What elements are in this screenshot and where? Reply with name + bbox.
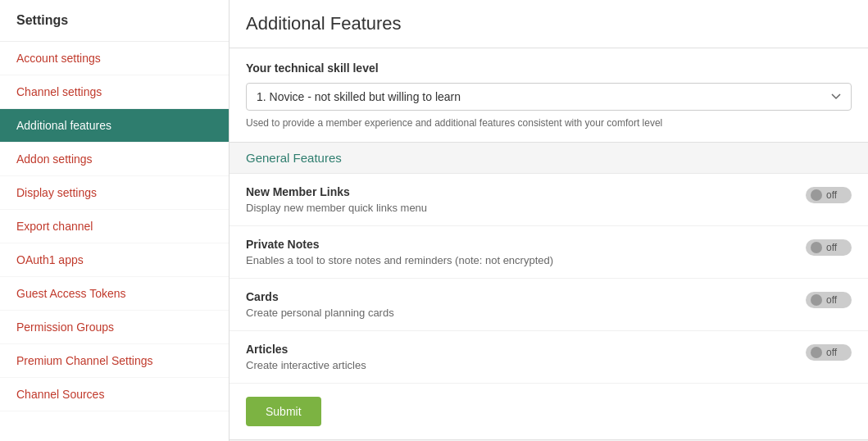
sidebar: Settings Account settings Channel settin…: [0, 0, 229, 441]
general-features-header: General Features: [229, 143, 868, 174]
page-title: Additional Features: [229, 0, 868, 48]
sidebar-item-export-channel[interactable]: Export channel: [0, 210, 229, 243]
feature-name-articles: Articles: [246, 343, 789, 356]
sidebar-title: Settings: [0, 0, 229, 42]
toggle-label-new-member-links: off: [826, 189, 837, 201]
feature-row-private-notes: Private Notes Enables a tool to store no…: [229, 226, 868, 279]
features-list: New Member Links Display new member quic…: [229, 174, 868, 384]
sidebar-item-addon-settings[interactable]: Addon settings: [0, 143, 229, 176]
feature-desc-new-member-links: Display new member quick links menu: [246, 202, 789, 214]
skill-level-label: Your technical skill level: [246, 61, 852, 75]
skill-level-section: Your technical skill level 1. Novice - n…: [229, 48, 868, 143]
sidebar-item-oauth1-apps[interactable]: OAuth1 apps: [0, 243, 229, 277]
feature-info-private-notes: Private Notes Enables a tool to store no…: [246, 238, 789, 266]
sidebar-item-premium-channel-settings[interactable]: Premium Channel Settings: [0, 344, 229, 378]
toggle-articles[interactable]: off: [806, 344, 852, 361]
toggle-new-member-links[interactable]: off: [806, 187, 852, 203]
toggle-circle-icon: [811, 242, 822, 253]
skill-level-select[interactable]: 1. Novice - not skilled but willing to l…: [246, 83, 852, 111]
feature-info-cards: Cards Create personal planning cards: [246, 290, 789, 319]
feature-desc-cards: Create personal planning cards: [246, 307, 789, 319]
toggle-circle-icon: [811, 347, 822, 358]
sidebar-item-permission-groups[interactable]: Permission Groups: [0, 311, 229, 344]
feature-name-new-member-links: New Member Links: [246, 185, 789, 198]
toggle-label-articles: off: [826, 347, 837, 358]
sidebar-item-channel-sources[interactable]: Channel Sources: [0, 378, 229, 411]
sidebar-item-channel-settings[interactable]: Channel settings: [0, 75, 229, 109]
toggle-label-private-notes: off: [826, 242, 837, 253]
toggle-circle-icon: [811, 189, 822, 201]
feature-name-private-notes: Private Notes: [246, 238, 789, 251]
sidebar-item-guest-access-tokens[interactable]: Guest Access Tokens: [0, 277, 229, 311]
toggle-private-notes[interactable]: off: [806, 239, 852, 256]
skill-level-hint: Used to provide a member experience and …: [246, 117, 852, 129]
feature-info-new-member-links: New Member Links Display new member quic…: [246, 185, 789, 214]
submit-area: Submit: [229, 384, 868, 440]
feature-row-articles: Articles Create interactive articles off: [229, 331, 868, 384]
sidebar-item-display-settings[interactable]: Display settings: [0, 176, 229, 210]
toggle-cards[interactable]: off: [806, 292, 852, 308]
feature-name-cards: Cards: [246, 290, 789, 303]
feature-desc-private-notes: Enables a tool to store notes and remind…: [246, 254, 789, 266]
submit-button[interactable]: Submit: [246, 397, 321, 426]
toggle-circle-icon: [811, 294, 822, 306]
sidebar-item-additional-features[interactable]: Additional features: [0, 109, 229, 143]
feature-info-articles: Articles Create interactive articles: [246, 343, 789, 371]
feature-desc-articles: Create interactive articles: [246, 359, 789, 371]
feature-row-cards: Cards Create personal planning cards off: [229, 279, 868, 331]
feature-row-new-member-links: New Member Links Display new member quic…: [229, 174, 868, 226]
toggle-label-cards: off: [826, 294, 837, 306]
main-content: Additional Features Your technical skill…: [229, 0, 868, 441]
sidebar-item-account-settings[interactable]: Account settings: [0, 42, 229, 75]
